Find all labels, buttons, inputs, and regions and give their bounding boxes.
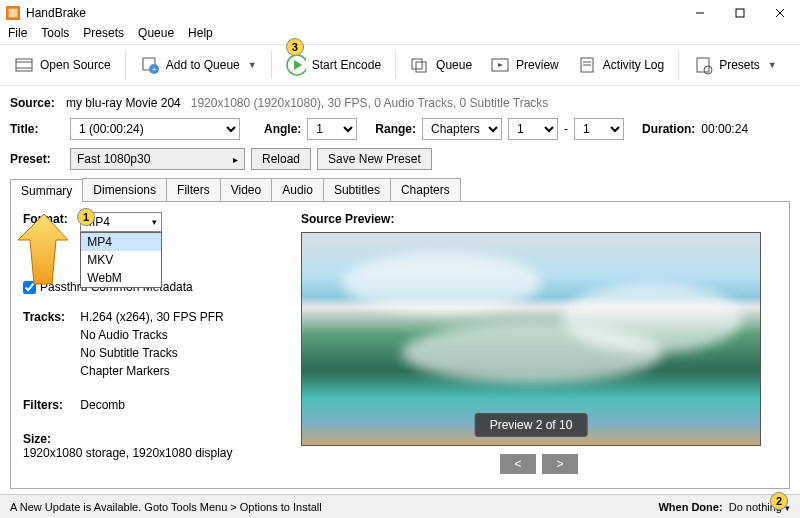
angle-label: Angle: <box>264 122 301 136</box>
toolbar: Open Source + Add to Queue ▼ 3 Start Enc… <box>0 44 800 86</box>
presets-label: Presets <box>719 58 760 72</box>
source-preview-label: Source Preview: <box>301 212 777 226</box>
svg-rect-3 <box>736 9 744 17</box>
menu-file[interactable]: File <box>8 26 27 44</box>
close-button[interactable] <box>760 0 800 26</box>
svg-marker-23 <box>18 214 68 284</box>
title-bar: HandBrake <box>0 0 800 26</box>
save-preset-button[interactable]: Save New Preset <box>317 148 432 170</box>
queue-button[interactable]: Queue <box>404 52 478 78</box>
preview-button[interactable]: Preview <box>484 52 565 78</box>
chevron-down-icon: ▼ <box>768 60 777 70</box>
format-option-mp4[interactable]: MP4 <box>81 233 161 251</box>
callout-1: 1 <box>77 208 95 226</box>
tab-video[interactable]: Video <box>220 178 272 201</box>
title-row: Title: 1 (00:00:24) Angle: 1 Range: Chap… <box>10 118 790 140</box>
range-to-select[interactable]: 1 <box>574 118 624 140</box>
queue-add-icon: + <box>140 55 160 75</box>
separator <box>125 51 126 79</box>
menu-queue[interactable]: Queue <box>138 26 174 44</box>
svg-rect-21 <box>697 58 709 72</box>
menu-help[interactable]: Help <box>188 26 213 44</box>
tab-summary[interactable]: Summary <box>10 179 83 202</box>
size-value: 1920x1080 storage, 1920x1080 display <box>23 446 233 460</box>
preset-select[interactable]: Fast 1080p30 ▸ <box>70 148 245 170</box>
menu-presets[interactable]: Presets <box>83 26 124 44</box>
activity-log-label: Activity Log <box>603 58 664 72</box>
start-encode-button[interactable]: 3 Start Encode <box>280 52 387 78</box>
tabs: Summary Dimensions Filters Video Audio S… <box>10 178 790 202</box>
chevron-right-icon: ▸ <box>233 154 238 165</box>
add-to-queue-button[interactable]: + Add to Queue ▼ <box>134 52 263 78</box>
track-line: Chapter Markers <box>80 364 223 378</box>
svg-rect-1 <box>9 9 18 18</box>
tab-subtitles[interactable]: Subtitles <box>323 178 391 201</box>
reload-button[interactable]: Reload <box>251 148 311 170</box>
callout-3: 3 <box>286 38 304 56</box>
separator <box>678 51 679 79</box>
preset-row: Preset: Fast 1080p30 ▸ Reload Save New P… <box>10 148 790 170</box>
filters-value: Decomb <box>80 398 125 412</box>
preview-label: Preview <box>516 58 559 72</box>
preset-label: Preset: <box>10 152 64 166</box>
size-label: Size: <box>23 432 77 446</box>
range-type-select[interactable]: Chapters <box>422 118 502 140</box>
menu-tools[interactable]: Tools <box>41 26 69 44</box>
svg-point-22 <box>704 66 712 74</box>
app-logo-icon <box>6 6 20 20</box>
play-icon <box>286 55 306 75</box>
queue-icon <box>410 55 430 75</box>
separator <box>395 51 396 79</box>
angle-select[interactable]: 1 <box>307 118 357 140</box>
when-done-label: When Done: <box>658 501 722 513</box>
status-update-text: A New Update is Available. Goto Tools Me… <box>10 501 322 513</box>
svg-rect-15 <box>416 62 426 72</box>
preview-prev-button[interactable]: < <box>500 454 536 474</box>
open-source-button[interactable]: Open Source <box>8 52 117 78</box>
chevron-down-icon: ▼ <box>248 60 257 70</box>
tab-filters[interactable]: Filters <box>166 178 221 201</box>
source-line: Source: my blu-ray Movie 204 1920x1080 (… <box>10 92 790 118</box>
tab-chapters[interactable]: Chapters <box>390 178 461 201</box>
duration-value: 00:00:24 <box>701 122 748 136</box>
source-label: Source: <box>10 96 55 110</box>
svg-marker-17 <box>498 63 503 67</box>
format-dropdown: MP4 MKV WebM <box>80 232 162 288</box>
preview-image: Preview 2 of 10 <box>301 232 761 446</box>
svg-marker-13 <box>294 60 302 70</box>
add-to-queue-label: Add to Queue <box>166 58 240 72</box>
tab-audio[interactable]: Audio <box>271 178 324 201</box>
range-from-select[interactable]: 1 <box>508 118 558 140</box>
title-select[interactable]: 1 (00:00:24) <box>70 118 240 140</box>
track-line: H.264 (x264), 30 FPS PFR <box>80 310 223 324</box>
window-title: HandBrake <box>26 6 680 20</box>
format-option-webm[interactable]: WebM <box>81 269 161 287</box>
activity-log-button[interactable]: Activity Log <box>571 52 670 78</box>
presets-button[interactable]: Presets ▼ <box>687 52 783 78</box>
format-option-mkv[interactable]: MKV <box>81 251 161 269</box>
menu-bar: File Tools Presets Queue Help <box>0 26 800 44</box>
start-encode-label: Start Encode <box>312 58 381 72</box>
arrow-annotation <box>4 212 70 292</box>
track-line: No Subtitle Tracks <box>80 346 223 360</box>
tracks-label: Tracks: <box>23 310 77 324</box>
status-bar: A New Update is Available. Goto Tools Me… <box>0 494 800 518</box>
maximize-button[interactable] <box>720 0 760 26</box>
preview-next-button[interactable]: > <box>542 454 578 474</box>
track-line: No Audio Tracks <box>80 328 223 342</box>
source-name: my blu-ray Movie 204 <box>66 96 181 110</box>
open-source-label: Open Source <box>40 58 111 72</box>
preset-value: Fast 1080p30 <box>77 152 150 166</box>
minimize-button[interactable] <box>680 0 720 26</box>
chevron-down-icon: ▾ <box>152 217 157 227</box>
range-label: Range: <box>375 122 416 136</box>
queue-label: Queue <box>436 58 472 72</box>
filters-label: Filters: <box>23 398 77 412</box>
range-sep: - <box>564 122 568 136</box>
tab-dimensions[interactable]: Dimensions <box>82 178 167 201</box>
svg-rect-6 <box>16 59 32 71</box>
svg-rect-14 <box>412 59 422 69</box>
log-icon <box>577 55 597 75</box>
svg-text:+: + <box>151 65 156 74</box>
duration-label: Duration: <box>642 122 695 136</box>
